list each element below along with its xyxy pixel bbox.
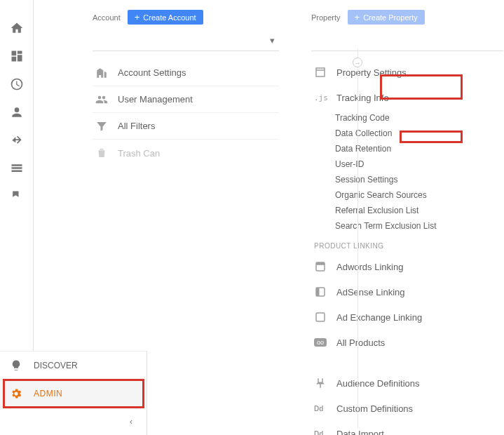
account-settings-item[interactable]: Account Settings: [93, 60, 279, 86]
column-divider: [357, 49, 358, 428]
audience-defs-icon: [314, 377, 327, 389]
conversions-icon[interactable]: [0, 182, 34, 210]
plus-icon: +: [355, 13, 360, 22]
account-selector[interactable]: ▾: [93, 30, 279, 51]
filter-icon: [95, 120, 108, 133]
data-import-item[interactable]: Dd Data Import: [311, 421, 503, 435]
search-term-exclusion-item[interactable]: Search Term Exclusion List: [335, 218, 503, 234]
all-filters-label: All Filters: [118, 121, 155, 131]
tracking-info-item[interactable]: .js Tracking Info: [311, 85, 503, 110]
account-settings-label: Account Settings: [118, 67, 186, 78]
tracking-info-sublist: Tracking Code Data Collection Data Reten…: [311, 110, 503, 234]
svg-rect-4: [316, 313, 325, 321]
audience-definitions-label: Audience Definitions: [336, 378, 420, 389]
tracking-info-label: Tracking Info: [336, 93, 389, 103]
trash-icon: [95, 147, 108, 159]
tracking-code-item[interactable]: Tracking Code: [335, 110, 503, 126]
property-settings-item[interactable]: Property Settings: [311, 60, 503, 85]
dd-icon: Dd: [314, 430, 327, 436]
building-icon: [95, 67, 108, 79]
svg-rect-1: [316, 262, 325, 265]
acquisition-icon[interactable]: [0, 126, 34, 154]
audience-definitions-item[interactable]: Audience Definitions: [311, 370, 503, 396]
create-account-label: Create Account: [143, 13, 196, 22]
caret-down-icon: ▾: [270, 35, 275, 46]
property-column: Property + Create Property Property Sett…: [307, 0, 503, 435]
ad-exchange-icon: [314, 311, 327, 323]
data-import-label: Data Import: [336, 429, 384, 436]
realtime-icon[interactable]: [0, 70, 34, 98]
property-settings-label: Property Settings: [336, 67, 407, 78]
trash-can-label: Trash Can: [118, 148, 160, 159]
gear-icon: [10, 387, 22, 400]
user-id-item[interactable]: User-ID: [335, 156, 503, 172]
custom-definitions-label: Custom Definitions: [336, 403, 413, 414]
product-linking-header: PRODUCT LINKING: [311, 242, 503, 250]
data-collection-item[interactable]: Data Collection: [335, 126, 503, 141]
svg-rect-3: [316, 288, 320, 296]
organic-search-item[interactable]: Organic Search Sources: [335, 187, 503, 203]
bulb-icon: [10, 359, 22, 372]
ad-exchange-linking-item[interactable]: Ad Exchange Linking: [311, 304, 503, 330]
adsense-icon: [314, 286, 327, 298]
adwords-linking-label: Adwords Linking: [336, 262, 403, 272]
all-filters-item[interactable]: All Filters: [93, 113, 279, 140]
adsense-linking-label: AdSense Linking: [336, 287, 405, 297]
create-account-button[interactable]: + Create Account: [128, 10, 203, 25]
adwords-linking-item[interactable]: Adwords Linking: [311, 254, 503, 279]
plus-icon: +: [135, 13, 140, 22]
property-selector[interactable]: [311, 30, 503, 51]
all-products-item[interactable]: oo All Products: [311, 330, 503, 355]
settings-page-icon: [314, 66, 327, 79]
home-icon[interactable]: [0, 14, 34, 42]
all-products-label: All Products: [336, 337, 385, 348]
referral-exclusion-item[interactable]: Referral Exclusion List: [335, 203, 503, 218]
create-property-label: Create Property: [363, 13, 418, 22]
connector-dot: →: [353, 58, 362, 67]
session-settings-item[interactable]: Session Settings: [335, 172, 503, 187]
js-icon: .js: [314, 93, 327, 102]
property-header: Property: [311, 13, 341, 22]
create-property-button[interactable]: + Create Property: [348, 10, 425, 25]
user-management-label: User Management: [118, 94, 193, 105]
account-column: Account + Create Account ▾ Account Setti…: [34, 0, 307, 435]
dashboard-icon[interactable]: [0, 42, 34, 70]
trash-can-item: Trash Can: [93, 140, 279, 166]
all-products-icon: oo: [314, 338, 327, 347]
adwords-icon: [314, 260, 327, 273]
ad-exchange-linking-label: Ad Exchange Linking: [336, 312, 422, 323]
people-icon: [95, 93, 108, 106]
admin-main: Account + Create Account ▾ Account Setti…: [34, 0, 504, 435]
audience-icon[interactable]: [0, 98, 34, 126]
adsense-linking-item[interactable]: AdSense Linking: [311, 279, 503, 304]
custom-definitions-item[interactable]: Dd Custom Definitions: [311, 396, 503, 421]
dd-icon: Dd: [314, 405, 327, 413]
behavior-icon[interactable]: [0, 154, 34, 182]
account-header: Account: [93, 13, 121, 22]
data-retention-item[interactable]: Data Retention: [335, 141, 503, 156]
user-management-item[interactable]: User Management: [93, 86, 279, 113]
